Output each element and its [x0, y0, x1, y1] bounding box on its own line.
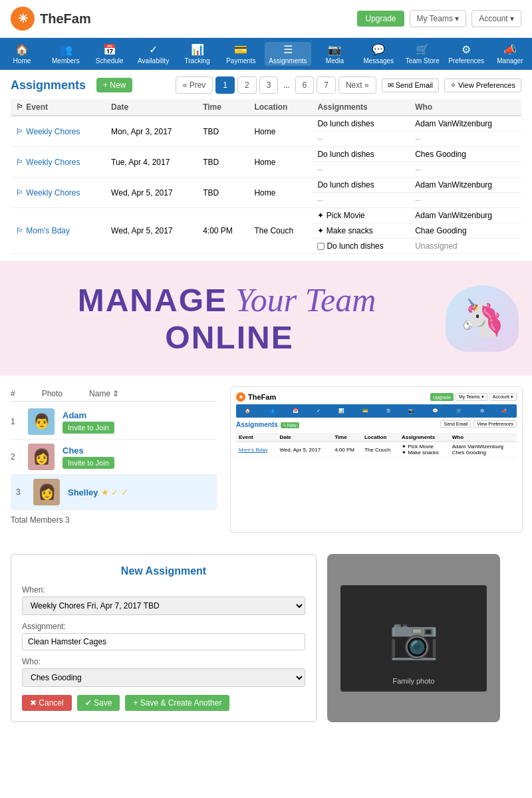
mini-assign-left: Assignments + New [236, 421, 299, 430]
nav-team-store-label: Team Store [406, 57, 440, 65]
invite-button[interactable]: Invite to Join [63, 457, 114, 469]
nav-payments[interactable]: 💳 Payments [221, 43, 261, 65]
pagination-page-6[interactable]: 6 [295, 76, 315, 94]
pagination-page-7[interactable]: 7 [317, 76, 336, 94]
assignment-cell: ✦ Pick Movie [312, 208, 410, 223]
view-preferences-button[interactable]: ✧ View Preferences [444, 78, 521, 92]
photo-inner: 📷 Family photo [340, 585, 487, 692]
assignment-input[interactable] [22, 633, 305, 650]
time-cell: TBD [198, 116, 249, 147]
nav-payments-label: Payments [226, 57, 255, 65]
nav-media-label: Media [326, 57, 344, 65]
members-icon: 👥 [59, 43, 72, 56]
mini-date-cell: Wed, Apr 5, 2017 [277, 442, 332, 458]
nav-availability[interactable]: ✓ Availability [134, 43, 174, 65]
top-nav: ✳ TheFam Upgrade My Teams ▾ Account ▾ [0, 0, 532, 38]
mini-app-name: TheFam [248, 393, 276, 401]
event-link[interactable]: 🏳 Weekly Chores [16, 188, 80, 198]
member-num: 2 [11, 452, 20, 462]
mini-col-date: Date [277, 433, 332, 442]
location-cell: Home [249, 116, 312, 147]
assignment-cell: Do lunch dishes [312, 147, 410, 162]
new-assignment-button[interactable]: + New [96, 78, 132, 92]
col-photo: Photo [42, 389, 63, 398]
nav-team-store[interactable]: 🛒 Team Store [402, 43, 442, 65]
mini-col-location: Location [362, 433, 399, 442]
send-email-button[interactable]: ✉ Send Email [382, 78, 439, 92]
pagination-page-3[interactable]: 3 [259, 76, 279, 94]
mini-table-row: Mom's Bday Wed, Apr 5, 2017 4:00 PM The … [236, 442, 517, 458]
event-link[interactable]: 🏳 Mom's Bday [16, 226, 70, 235]
nav-preferences[interactable]: ⚙ Preferences [446, 43, 486, 65]
members-mini-section: # Photo Name ⇕ 1 👨 Adam Invite to Join 2… [0, 376, 532, 543]
save-create-button[interactable]: + Save & Create Another [125, 695, 229, 711]
preferences-icon: ⚙ [462, 43, 471, 56]
event-cell: 🏳 Weekly Chores [11, 147, 106, 178]
assignment-checkbox[interactable] [317, 243, 325, 250]
tracking-icon: 📊 [191, 43, 204, 56]
media-icon: 📷 [328, 43, 341, 56]
pagination-page-1[interactable]: 1 [215, 76, 235, 94]
who-cell: Adam VanWitzenburg [410, 178, 521, 193]
cancel-button[interactable]: ✖ Cancel [22, 695, 72, 711]
avatar: 👨 [28, 408, 55, 435]
location-cell: Home [249, 147, 312, 178]
schedule-icon: 📅 [103, 43, 116, 56]
col-location: Location [249, 99, 312, 116]
pagination-page-2[interactable]: 2 [237, 76, 257, 94]
account-button[interactable]: Account ▾ [471, 10, 521, 27]
who-select[interactable]: Ches Gooding [22, 668, 305, 687]
who-cell: -- [410, 162, 521, 178]
nav-home[interactable]: 🏠 Home [2, 43, 42, 65]
mini-account-button[interactable]: Account ▾ [489, 393, 517, 401]
location-cell: Home [249, 178, 312, 208]
event-cell: 🏳 Mom's Bday [11, 208, 106, 254]
mini-send-email-button[interactable]: Send Email [440, 420, 471, 428]
assignments-table: 🏳 Event Date Time Location Assignments W… [11, 99, 521, 254]
event-link[interactable]: 🏳 Weekly Chores [16, 127, 80, 136]
pagination-prev[interactable]: « Prev [176, 76, 213, 94]
logo: ✳ TheFam [11, 7, 91, 31]
invite-button[interactable]: Invite to Join [63, 422, 114, 434]
nav-manager[interactable]: 📣 Manager [490, 43, 530, 65]
mini-event-link[interactable]: Mom's Bday [239, 447, 268, 453]
my-teams-button[interactable]: My Teams ▾ [410, 10, 467, 27]
mini-who-cell: Adam VanWitzenburgChes Gooding [450, 442, 517, 458]
pagination-ellipsis: ... [281, 80, 292, 90]
assignment-cell: -- [312, 132, 410, 147]
mini-upgrade-button[interactable]: Upgrade [430, 393, 454, 401]
mini-view-prefs-button[interactable]: View Preferences [473, 420, 517, 428]
upgrade-button[interactable]: Upgrade [357, 11, 404, 27]
nav-manager-label: Manager [497, 57, 523, 65]
nav-schedule[interactable]: 📅 Schedule [90, 43, 130, 65]
nav-tracking-label: Tracking [185, 57, 210, 65]
nav-home-label: Home [13, 57, 31, 65]
assignment-label: Assignment: [22, 622, 305, 631]
promo-text: MANAGE Your Team ONLINE [13, 281, 446, 356]
nav-members[interactable]: 👥 Members [46, 43, 86, 65]
mini-new-button[interactable]: + New [281, 422, 299, 428]
mini-my-teams-button[interactable]: My Teams ▾ [456, 393, 487, 401]
nav-tracking[interactable]: 📊 Tracking [178, 43, 217, 65]
mini-top-nav: ✳ TheFam Upgrade My Teams ▾ Account ▾ [236, 392, 517, 402]
member-num: 3 [16, 487, 25, 497]
nav-messages[interactable]: 💬 Messages [358, 43, 398, 65]
date-cell: Mon, Apr 3, 2017 [106, 116, 198, 147]
app-name: TheFam [40, 11, 91, 27]
assignments-icon: ☰ [283, 43, 293, 56]
assignments-header: Assignments + New « Prev 1 2 3 ... 6 7 N… [11, 76, 521, 94]
new-assignment-card: New Assignment When: Weekly Chores Fri, … [11, 554, 317, 722]
table-row: 🏳 Weekly Chores Tue, Apr 4, 2017 TBD Hom… [11, 147, 521, 162]
save-button[interactable]: ✔ Save [77, 695, 120, 711]
list-item: 3 👩 Shelley ★ ✓ ✓ [11, 475, 217, 510]
event-link[interactable]: 🏳 Weekly Chores [16, 158, 80, 167]
nav-assignments[interactable]: ☰ Assignments [265, 42, 311, 66]
mini-col-time: Time [332, 433, 362, 442]
nav-media[interactable]: 📷 Media [315, 43, 354, 65]
when-select[interactable]: Weekly Chores Fri, Apr 7, 2017 TBD [22, 597, 305, 615]
mini-table: Event Date Time Location Assignments Who… [236, 433, 517, 458]
photo-placeholder: 📷 [389, 614, 439, 662]
promo-manage: MANAGE [78, 283, 227, 318]
pagination-next[interactable]: Next » [338, 76, 376, 94]
mini-nav-members: 👥 [269, 408, 275, 414]
